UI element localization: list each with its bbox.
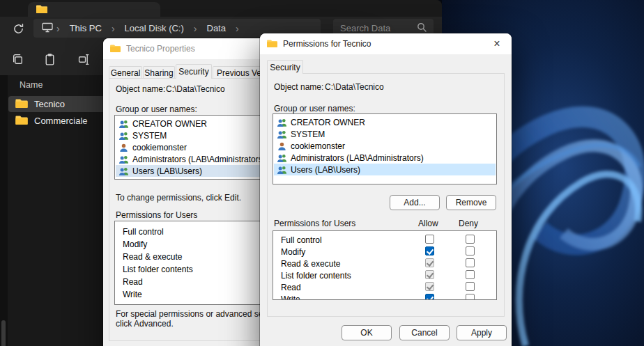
group-list-item-selected[interactable]: Users (LAB\Users)	[274, 164, 496, 175]
folder-icon	[267, 38, 277, 50]
allow-checkbox-full-control[interactable]	[425, 235, 434, 244]
paste-button[interactable]	[39, 49, 60, 70]
chevron-right-icon: ›	[236, 24, 239, 33]
close-button[interactable]: ×	[482, 33, 512, 54]
permission-name: Modify	[123, 239, 147, 249]
dialog-title: Tecnico Properties	[126, 44, 195, 54]
group-name: Administrators (LAB\Administrators)	[132, 155, 266, 164]
permission-name: Read	[123, 277, 143, 287]
group-names-label: Group or user names:	[274, 104, 355, 113]
copy-button[interactable]	[7, 49, 28, 70]
dialog-title: Permissions for Tecnico	[283, 39, 371, 49]
refresh-icon	[13, 23, 24, 35]
permission-name: List folder contents	[281, 271, 351, 281]
permission-row-read: Read	[274, 281, 496, 293]
permissions-dialog: Permissions for Tecnico × Security Objec…	[260, 33, 512, 346]
window-left-edge	[0, 75, 8, 346]
rename-icon	[78, 53, 91, 66]
group-list-item[interactable]: Administrators (LAB\Administrators)	[274, 152, 496, 164]
screen: › This PC › Local Disk (C:) › Data ›	[0, 0, 644, 346]
permission-row-full-control: Full control	[274, 234, 496, 246]
permission-name: Write	[123, 290, 142, 299]
group-name: cookiemonster	[132, 143, 187, 152]
permission-name: List folder contents	[123, 265, 193, 274]
allow-checkbox-modify[interactable]	[425, 246, 434, 255]
permission-name: Read	[281, 283, 301, 292]
close-icon: ×	[493, 38, 500, 49]
group-icon	[277, 153, 287, 163]
tab-sharing[interactable]: Sharing	[143, 66, 175, 79]
copy-icon	[11, 53, 24, 66]
folder-icon	[15, 115, 28, 127]
object-name-label: Object name:	[116, 84, 165, 94]
permission-name: Full control	[123, 227, 164, 237]
group-icon	[118, 131, 129, 141]
group-list-item[interactable]: CREATOR OWNER	[274, 116, 496, 128]
folder-icon	[36, 3, 47, 16]
permission-row-write: Write	[274, 293, 496, 300]
file-name: Tecnico	[34, 99, 65, 109]
deny-checkbox-full-control[interactable]	[466, 235, 475, 244]
permission-name: Write	[281, 294, 300, 300]
user-icon	[118, 143, 129, 152]
edit-hint: To change permissions, click Edit.	[116, 193, 241, 203]
breadcrumb-this-pc[interactable]: This PC	[63, 23, 108, 33]
explorer-tab[interactable]	[28, 2, 160, 17]
group-name: Users (LAB\Users)	[291, 165, 360, 175]
ok-button[interactable]: OK	[342, 325, 392, 340]
apply-button[interactable]: Apply	[457, 325, 507, 340]
deny-column-header: Deny	[459, 219, 478, 228]
folder-icon	[15, 98, 28, 110]
group-name: cookiemonster	[291, 141, 345, 151]
deny-checkbox-list-folder-contents[interactable]	[466, 270, 475, 279]
advanced-hint-line2: click Advanced.	[116, 319, 174, 329]
permission-name: Read & execute	[123, 252, 182, 262]
column-header-name[interactable]: Name	[20, 80, 43, 90]
object-name-label: Object name:	[274, 82, 323, 92]
group-name: Users (LAB\Users)	[132, 166, 202, 176]
allow-checkbox-list-folder-contents[interactable]	[425, 270, 434, 279]
object-name-value: C:\Data\Tecnico	[325, 82, 384, 92]
allow-checkbox-write[interactable]	[425, 294, 434, 300]
permission-name: Modify	[281, 247, 305, 257]
tab-security[interactable]: Security	[176, 64, 212, 79]
deny-checkbox-read[interactable]	[466, 282, 475, 291]
group-icon	[118, 155, 129, 164]
folder-icon	[110, 42, 121, 55]
tab-general[interactable]: General	[109, 66, 142, 79]
permission-name: Read & execute	[281, 259, 340, 269]
chevron-right-icon: ›	[56, 24, 60, 33]
group-name: CREATOR OWNER	[132, 119, 207, 129]
this-pc-icon	[42, 22, 53, 35]
search-input[interactable]	[340, 23, 413, 33]
explorer-tab-strip	[0, 0, 442, 17]
scrollbar-thumb[interactable]	[1, 320, 6, 346]
tab-security[interactable]: Security	[267, 60, 303, 74]
group-icon	[118, 119, 129, 129]
allow-checkbox-read[interactable]	[425, 282, 434, 291]
group-list-item[interactable]: cookiemonster	[274, 140, 496, 152]
cancel-button[interactable]: Cancel	[399, 325, 450, 340]
file-name: Commerciale	[34, 116, 88, 126]
rename-button[interactable]	[74, 49, 95, 70]
group-icon	[277, 165, 287, 175]
user-icon	[277, 141, 287, 151]
group-name: SYSTEM	[132, 131, 167, 141]
permission-row-read-execute: Read & execute	[274, 258, 496, 269]
group-icon	[277, 129, 287, 139]
search-icon	[417, 22, 427, 35]
object-name-value: C:\Data\Tecnico	[166, 84, 225, 94]
remove-button[interactable]: Remove	[446, 195, 496, 210]
breadcrumb-data[interactable]: Data	[201, 23, 232, 33]
add-button[interactable]: Add...	[390, 195, 440, 210]
deny-checkbox-write[interactable]	[466, 294, 475, 300]
allow-checkbox-read-execute[interactable]	[425, 258, 434, 267]
permissions-for-users-label: Permissions for Users	[274, 219, 355, 228]
deny-checkbox-modify[interactable]	[466, 246, 475, 255]
chevron-right-icon: ›	[194, 24, 197, 33]
permission-name: Full control	[281, 235, 322, 245]
deny-checkbox-read-execute[interactable]	[466, 258, 475, 267]
group-list-item[interactable]: SYSTEM	[274, 128, 496, 140]
refresh-button[interactable]	[8, 19, 28, 38]
breadcrumb-local-disk-c[interactable]: Local Disk (C:)	[118, 23, 190, 33]
